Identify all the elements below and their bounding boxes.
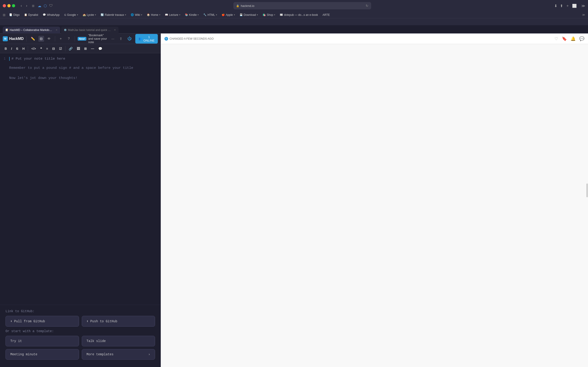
checkbox-button[interactable]: ☑ bbox=[57, 46, 64, 51]
image-button[interactable]: 🖼 bbox=[75, 46, 82, 51]
bookmark-icon[interactable]: 🔖 bbox=[562, 36, 567, 41]
bookmark-dynalist[interactable]: 📋 Dynalist bbox=[22, 13, 40, 17]
hackmd-logo-icon: M bbox=[3, 36, 8, 41]
bookmark-download[interactable]: 💾 Download ▾ bbox=[238, 13, 260, 17]
more-icon[interactable]: ≫ bbox=[581, 4, 585, 8]
sync-dot-icon: ↻ bbox=[164, 37, 168, 41]
tab-hackmd[interactable]: 📝 HackMD – Collaborative Markdown Knowle… bbox=[3, 27, 60, 33]
bookmark-home[interactable]: 🏠 Home ▾ bbox=[145, 13, 162, 17]
dotepub-icon: 📰 bbox=[280, 13, 283, 16]
comment-panel-icon[interactable]: 💬 bbox=[579, 36, 584, 41]
power-button[interactable]: ⏻ bbox=[126, 35, 133, 42]
hackmd-toolbar: M HackMD ✏️ ⊟ 👁 ＋ ？ New! "Bookmark" and … bbox=[0, 33, 161, 44]
push-icon: ⬆ bbox=[86, 319, 88, 323]
lock-icon: 🔒 bbox=[236, 4, 239, 7]
github-label: Link to GitHub: bbox=[6, 309, 155, 313]
browser-chrome: ‹ › ⊞ ☁ ⬡ 🛡 🔒 hackmd.io ↻ ⬇ ⬆ ＋ ⬜ ≫ bbox=[0, 0, 588, 33]
try-it-button[interactable]: Try it bbox=[6, 336, 79, 346]
heading-button[interactable]: H bbox=[20, 46, 26, 51]
bookmark-kindle[interactable]: 📚 Kindle ▾ bbox=[183, 13, 200, 17]
back-button[interactable]: ‹ bbox=[19, 3, 23, 8]
like-icon[interactable]: ♡ bbox=[554, 36, 558, 41]
bookmark-wiki[interactable]: 🌐 Wiki ▾ bbox=[129, 13, 144, 17]
add-note-button[interactable]: ＋ bbox=[58, 35, 64, 42]
share-icon[interactable]: ⬆ bbox=[560, 4, 563, 8]
hr-button[interactable]: — bbox=[89, 46, 96, 51]
apps-icon[interactable]: ⊞ bbox=[3, 13, 6, 17]
bookmark-ralentir[interactable]: 🔄 Ralentir travaux ▾ bbox=[99, 13, 128, 17]
editor-body-line2: Now let's jot down your thoughts! bbox=[9, 75, 157, 81]
google-chevron-icon: ▾ bbox=[77, 14, 78, 16]
whatsapp-icon: 💬 bbox=[43, 13, 46, 16]
bookmarks-bar: ⊞ 📑 Diigo 📋 Dynalist 💬 WhatsApp G Google… bbox=[0, 11, 588, 18]
split-mode-button[interactable]: ⊟ bbox=[38, 36, 44, 42]
minimize-button[interactable] bbox=[7, 4, 10, 7]
template-buttons-row-1: Try it Talk slide bbox=[6, 336, 155, 346]
edit-mode-button[interactable]: ✏️ bbox=[29, 36, 36, 42]
hackmd-logo: M HackMD bbox=[3, 36, 24, 41]
editor-content[interactable]: 1 # Put your note title here Remember to… bbox=[0, 53, 161, 305]
italic-button[interactable]: I bbox=[9, 46, 14, 51]
unordered-list-button[interactable]: ≡ bbox=[44, 46, 50, 51]
table-button[interactable]: ⊞ bbox=[82, 46, 89, 51]
tab-bar: 📝 HackMD – Collaborative Markdown Knowle… bbox=[0, 25, 588, 33]
tab-mathjax-title: MathJax basic tutorial and quick referen… bbox=[68, 28, 112, 32]
meeting-minute-button[interactable]: Meeting minute bbox=[6, 349, 79, 360]
browser-actions: ⬇ ⬆ ＋ ⬜ ≫ bbox=[554, 3, 585, 8]
pull-from-github-button[interactable]: ⬇ Pull from GitHub bbox=[6, 316, 79, 327]
reload-icon[interactable]: ↻ bbox=[366, 4, 368, 8]
tabs-icon[interactable]: ⬜ bbox=[572, 4, 577, 8]
talk-slide-button[interactable]: Talk slide bbox=[82, 336, 155, 346]
html-icon: 🔧 bbox=[203, 13, 207, 16]
bookmark-dotepub[interactable]: 📰 dotepub — do...s an e-book bbox=[278, 13, 320, 17]
bold-button[interactable]: B bbox=[3, 46, 9, 51]
bookmark-diigo[interactable]: 📑 Diigo bbox=[7, 13, 21, 17]
bookmark-lycee[interactable]: 🏫 Lycée ▾ bbox=[81, 13, 98, 17]
editor-text-area[interactable]: # Put your note title here Remember to p… bbox=[9, 57, 157, 81]
preview-actions: ♡ 🔖 🔔 💬 bbox=[554, 36, 584, 41]
bookmark-shop[interactable]: 🛍️ Shop ▾ bbox=[261, 13, 277, 17]
code-button[interactable]: </> bbox=[29, 46, 38, 51]
more-templates-button[interactable]: More templates › bbox=[82, 349, 155, 360]
format-toolbar: B I S H </> ❝ ≡ ⊟ ☑ 🔗 🖼 ⊞ — 💬 bbox=[0, 44, 161, 53]
strikethrough-button[interactable]: S bbox=[14, 46, 20, 51]
quote-button[interactable]: ❝ bbox=[38, 46, 44, 51]
bookmark-apple[interactable]: 🍎 Apple ▾ bbox=[220, 13, 237, 17]
preview-scrollbar bbox=[586, 184, 588, 229]
apple-chevron-icon: ▾ bbox=[234, 14, 235, 16]
ralentir-chevron-icon: ▾ bbox=[125, 14, 126, 16]
bookmark-html[interactable]: 🔧 HTML ▾ bbox=[201, 13, 219, 17]
line-number: 1 bbox=[4, 57, 6, 60]
more-options-button[interactable]: ··· bbox=[110, 36, 116, 42]
address-bar[interactable]: 🔒 hackmd.io ↻ bbox=[233, 2, 371, 9]
close-button[interactable] bbox=[3, 4, 6, 7]
push-to-github-button[interactable]: ⬆ Push to GitHub bbox=[82, 316, 155, 327]
link-button[interactable]: 🔗 bbox=[67, 46, 74, 51]
bookmarks-more-icon[interactable]: ≫ bbox=[582, 13, 585, 17]
scroll-thumb[interactable] bbox=[586, 184, 588, 197]
ordered-list-button[interactable]: ⊟ bbox=[50, 46, 57, 51]
bookmark-lecture[interactable]: 📖 Lecture ▾ bbox=[163, 13, 182, 17]
tab-hackmd-close[interactable]: ✕ bbox=[56, 29, 57, 31]
ralentir-icon: 🔄 bbox=[101, 13, 104, 16]
bookmark-google[interactable]: G Google ▾ bbox=[62, 13, 80, 17]
share-button[interactable]: ⇧ bbox=[118, 36, 124, 42]
bookmark-arte[interactable]: ARTE bbox=[321, 13, 332, 17]
download-chevron-icon: ▾ bbox=[257, 14, 258, 16]
view-mode-button[interactable]: 👁 bbox=[46, 36, 52, 42]
comment-button[interactable]: 💬 bbox=[96, 46, 104, 51]
online-users-button[interactable]: 👥 1 ONLINE bbox=[135, 34, 158, 44]
notification-icon[interactable]: 🔔 bbox=[571, 36, 576, 41]
bookmark-whatsapp[interactable]: 💬 WhatsApp bbox=[41, 13, 61, 17]
new-tab-icon[interactable]: ＋ bbox=[566, 3, 569, 8]
bookmark-message: "Bookmark" and save your note bbox=[88, 33, 108, 44]
tab-mathjax-close[interactable]: ✕ bbox=[114, 29, 116, 31]
help-button[interactable]: ？ bbox=[66, 35, 72, 42]
download-icon[interactable]: ⬇ bbox=[554, 4, 557, 8]
maximize-button[interactable] bbox=[12, 4, 15, 7]
home-icon: 🏠 bbox=[147, 13, 150, 16]
editor-title: # Put your note title here bbox=[9, 57, 157, 61]
preview-toolbar: ↻ CHANGED A FEW SECONDS AGO ♡ 🔖 🔔 💬 bbox=[161, 33, 588, 44]
forward-button[interactable]: › bbox=[25, 3, 28, 8]
tab-mathjax[interactable]: ⚙️ MathJax basic tutorial and quick refe… bbox=[61, 27, 119, 33]
